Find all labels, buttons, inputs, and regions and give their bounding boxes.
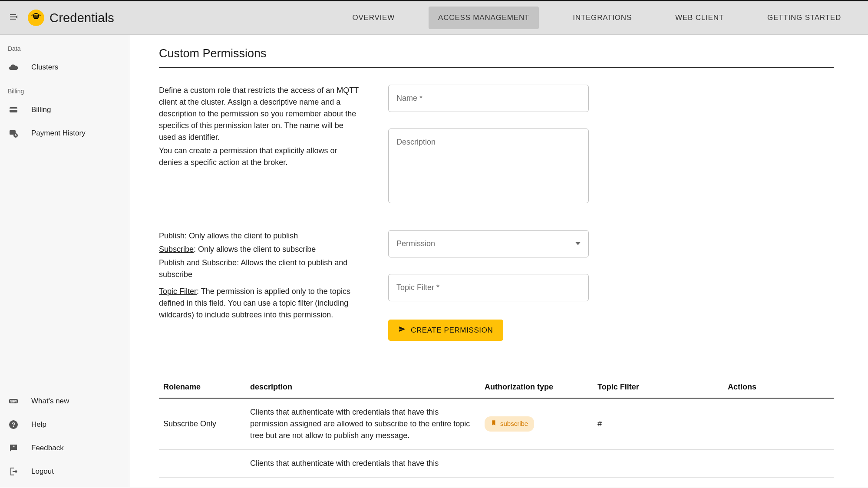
cell-rolename: Subscribe Only	[159, 398, 246, 450]
permission-name-input[interactable]	[388, 85, 589, 112]
cell-description: Clients that authenticate with credentia…	[246, 398, 480, 450]
cell-topic-filter: #	[593, 398, 723, 450]
permission-type-select[interactable]: Permission	[388, 230, 589, 257]
cell-auth-type	[480, 450, 593, 478]
tab-access-management[interactable]: ACCESS MANAGEMENT	[429, 7, 539, 29]
sidebar-item-label: Help	[31, 420, 46, 429]
permission-type-label: Permission	[396, 239, 435, 248]
cell-rolename	[159, 450, 246, 478]
table-row: Clients that authenticate with credentia…	[159, 450, 834, 478]
intro-paragraph-1: Define a custom role that restricts the …	[159, 85, 362, 143]
auth-chip-label: subscribe	[500, 419, 528, 429]
bookmark-icon	[491, 419, 497, 429]
cell-topic-filter	[593, 450, 723, 478]
svg-text:NEW: NEW	[10, 400, 17, 403]
paper-plane-icon	[399, 326, 406, 335]
cell-description: Clients that authenticate with credentia…	[246, 450, 480, 478]
intro-paragraph-2: You can create a permission that explici…	[159, 145, 362, 168]
explain-subscribe-tail: : Only allows the client to subscribe	[194, 245, 316, 254]
sidebar-section-data: Data	[0, 39, 129, 56]
app-logo	[28, 10, 44, 26]
auth-chip-subscribe: subscribe	[485, 416, 534, 432]
sidebar-item-help[interactable]: ? Help	[0, 413, 129, 436]
sidebar-section-billing: Billing	[0, 82, 129, 98]
cloud-icon	[8, 62, 19, 73]
tab-getting-started[interactable]: GETTING STARTED	[758, 7, 851, 29]
svg-text:?: ?	[12, 421, 16, 428]
menu-collapse-icon	[9, 12, 19, 24]
credit-card-icon	[8, 104, 19, 115]
th-auth-type[interactable]: Authorization type	[480, 376, 593, 398]
svg-rect-4	[10, 109, 17, 110]
sidebar-toggle[interactable]	[6, 10, 22, 26]
sidebar-item-label: Clusters	[31, 63, 58, 72]
th-topic-filter[interactable]: Topic Filter	[593, 376, 723, 398]
sidebar-item-label: Feedback	[31, 444, 64, 452]
header-bar: Credentials OVERVIEW ACCESS MANAGEMENT I…	[0, 1, 868, 35]
new-badge-icon: NEW	[8, 396, 19, 407]
svg-point-2	[36, 15, 38, 16]
sidebar-item-feedback[interactable]: ❝ Feedback	[0, 436, 129, 460]
feedback-icon: ❝	[8, 442, 19, 454]
sidebar-item-payment-history[interactable]: Payment History	[0, 122, 129, 145]
table-row: Subscribe Only Clients that authenticate…	[159, 398, 834, 450]
svg-point-1	[34, 15, 36, 16]
sidebar-item-clusters[interactable]: Clusters	[0, 56, 129, 79]
explain-publish-tail: : Only allows the client to publish	[185, 231, 298, 240]
th-rolename[interactable]: Rolename	[159, 376, 246, 398]
main-content: Custom Permissions Define a custom role …	[129, 35, 868, 487]
explain-both-head: Publish and Subscribe	[159, 258, 237, 267]
sidebar-item-label: Billing	[31, 106, 51, 114]
sidebar-item-label: What's new	[31, 397, 69, 406]
th-actions[interactable]: Actions	[723, 376, 834, 398]
bee-logo-icon	[30, 11, 42, 25]
explain-publish-head: Publish	[159, 231, 185, 240]
explain-topic-head: Topic Filter	[159, 287, 197, 296]
topic-filter-input[interactable]	[388, 274, 589, 301]
sidebar-item-label: Logout	[31, 467, 54, 476]
cell-actions	[723, 450, 834, 478]
svg-text:❝: ❝	[13, 445, 15, 449]
chevron-down-icon	[575, 239, 581, 248]
top-tabs: OVERVIEW ACCESS MANAGEMENT INTEGRATIONS …	[343, 7, 864, 29]
tab-integrations[interactable]: INTEGRATIONS	[563, 7, 641, 29]
create-permission-label: CREATE PERMISSION	[411, 326, 493, 335]
sidebar-item-billing[interactable]: Billing	[0, 98, 129, 122]
table-header-row: Rolename description Authorization type …	[159, 376, 834, 398]
logout-icon	[8, 466, 19, 477]
section-title: Custom Permissions	[159, 38, 834, 68]
payment-history-icon	[8, 128, 19, 139]
explain-subscribe-head: Subscribe	[159, 245, 194, 254]
sidebar: Data Clusters Billing Billing Payment Hi…	[0, 35, 129, 487]
create-permission-button[interactable]: CREATE PERMISSION	[388, 320, 503, 341]
sidebar-item-logout[interactable]: Logout	[0, 460, 129, 483]
permission-description-input[interactable]	[388, 129, 589, 203]
tab-web-client[interactable]: WEB CLIENT	[666, 7, 733, 29]
page-title: Credentials	[50, 11, 114, 25]
tab-overview[interactable]: OVERVIEW	[343, 7, 404, 29]
cell-auth-type: subscribe	[480, 398, 593, 450]
cell-actions	[723, 398, 834, 450]
th-description[interactable]: description	[246, 376, 480, 398]
permissions-table: Rolename description Authorization type …	[159, 376, 834, 478]
sidebar-item-label: Payment History	[31, 129, 86, 138]
sidebar-item-whats-new[interactable]: NEW What's new	[0, 389, 129, 413]
help-icon: ?	[8, 419, 19, 430]
